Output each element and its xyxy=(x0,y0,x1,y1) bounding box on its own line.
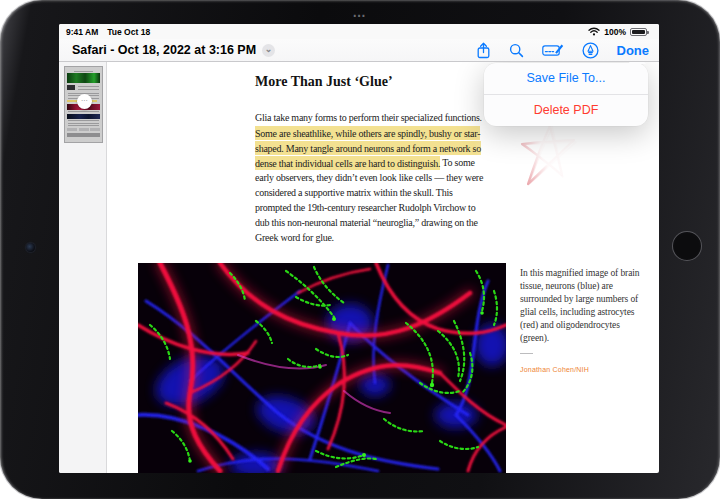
document-title: Safari - Oct 18, 2022 at 3:16 PM xyxy=(72,43,256,57)
home-button[interactable] xyxy=(672,231,702,261)
article-line: early observers, they didn’t even look l… xyxy=(255,170,515,185)
screenshot-stage: ⋯ 9:41 AM Tue Oct 18 100% xyxy=(0,0,720,499)
article-line: Some are sheathlike, while others are sp… xyxy=(255,125,515,140)
toolbar: Safari - Oct 18, 2022 at 3:16 PM ⌄ xyxy=(59,39,659,62)
thumb-banner-image xyxy=(67,73,100,83)
chevron-down-icon[interactable]: ⌄ xyxy=(262,44,275,57)
menu-item-save-file-to[interactable]: Save File To... xyxy=(484,63,648,94)
menu-item-delete-pdf[interactable]: Delete PDF xyxy=(484,95,648,126)
battery-icon xyxy=(630,28,647,36)
star-annotation[interactable] xyxy=(517,121,579,197)
status-bar: 9:41 AM Tue Oct 18 100% xyxy=(59,24,659,39)
pencil-circle-icon[interactable] xyxy=(582,42,599,59)
front-camera xyxy=(26,243,35,252)
thumbnail-sidebar: ⋯ xyxy=(59,62,107,473)
ipad-screen: 9:41 AM Tue Oct 18 100% Safari - Oct 18,… xyxy=(59,24,659,473)
multitask-dots-icon: ⋯ xyxy=(340,8,380,23)
article-heading: More Than Just ‘Glue’ xyxy=(255,74,393,90)
status-date: Tue Oct 18 xyxy=(107,27,150,37)
popover-menu: Save File To... Delete PDF xyxy=(484,63,648,126)
article-paragraph: Glia take many forms to perform their sp… xyxy=(255,110,515,245)
ipad-bezel: ⋯ 9:41 AM Tue Oct 18 100% xyxy=(0,0,720,499)
article-line: shaped. Many tangle around neurons and f… xyxy=(255,140,515,155)
article-line: dense that individual cells are hard to … xyxy=(255,155,515,170)
search-icon[interactable] xyxy=(509,43,524,58)
status-time: 9:41 AM xyxy=(66,27,98,37)
wifi-icon xyxy=(588,27,600,36)
article-line: Glia take many forms to perform their sp… xyxy=(255,110,515,125)
figure-caption: In this magnified image of brain tissue,… xyxy=(520,267,646,376)
article-line: considered a supportive matrix within th… xyxy=(255,185,515,200)
caption-divider xyxy=(520,353,533,354)
photo-credit: Jonathan Cohen/NIH xyxy=(520,363,646,376)
caption-text: In this magnified image of brain tissue,… xyxy=(520,268,639,343)
article-line: dub this non-neuronal material “neurogli… xyxy=(255,215,515,230)
battery-percent: 100% xyxy=(604,27,626,37)
thumb-dark-image xyxy=(67,114,100,119)
neuron-micrograph-image xyxy=(138,263,506,473)
article-line: Greek word for glue. xyxy=(255,230,515,245)
markup-icon[interactable] xyxy=(542,43,564,57)
article-line: prompted the 19th-century researcher Rud… xyxy=(255,200,515,215)
share-icon[interactable] xyxy=(476,42,491,59)
thumb-ellipsis-bubble: ⋯ xyxy=(77,94,92,109)
done-button[interactable]: Done xyxy=(617,43,650,58)
page-thumbnail[interactable]: ⋯ xyxy=(64,66,103,143)
